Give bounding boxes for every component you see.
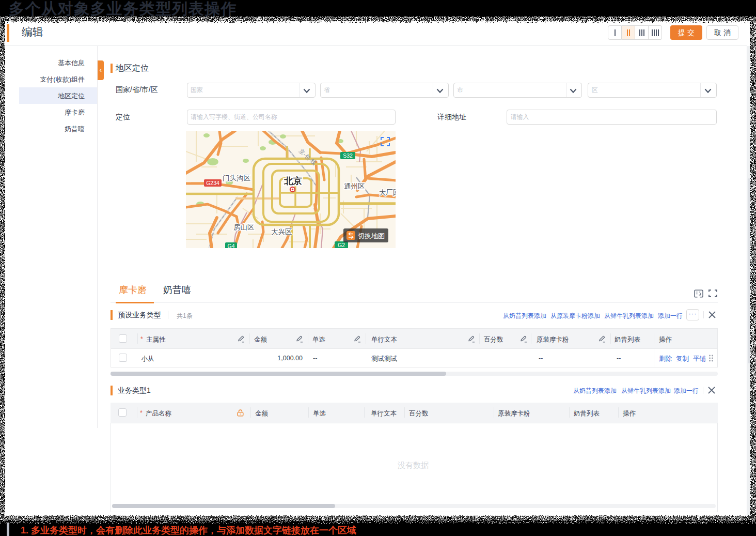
svg-text:G4: G4 [227,243,234,249]
svg-text:G234: G234 [206,180,219,186]
svg-text:S32: S32 [343,152,353,159]
svg-text:大厂回: 大厂回 [379,189,396,196]
svg-text:G2: G2 [338,242,345,248]
svg-text:切换地图: 切换地图 [357,232,385,240]
svg-text:门头沟区: 门头沟区 [223,174,250,182]
svg-text:通州区: 通州区 [344,182,365,190]
svg-text:北京: 北京 [284,176,303,186]
svg-text:房山区: 房山区 [233,223,255,231]
svg-text:大兴区: 大兴区 [271,228,292,236]
